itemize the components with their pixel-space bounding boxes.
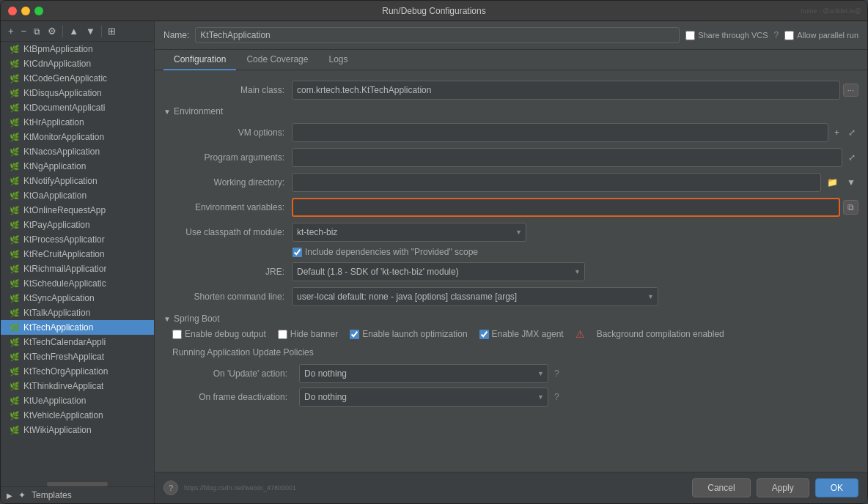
enable-debug-item[interactable]: Enable debug output [172, 329, 266, 339]
sidebar-item[interactable]: 🌿KtScheduleApplicatic [1, 276, 154, 291]
config-name-input[interactable] [195, 27, 680, 43]
include-deps-checkbox[interactable] [293, 248, 302, 257]
jre-select[interactable]: Default (1.8 - SDK of 'kt-tech-biz' modu… [292, 262, 585, 281]
maximize-button[interactable] [34, 7, 43, 15]
enable-launch-item[interactable]: Enable launch optimization [350, 329, 467, 339]
working-dir-dropdown-button[interactable]: ▼ [844, 176, 858, 189]
enable-launch-checkbox[interactable] [350, 330, 359, 339]
sidebar-item[interactable]: 🌿KtNacosApplication [1, 144, 154, 159]
share-vcs-label[interactable]: Share through VCS [685, 31, 768, 40]
sidebar-item[interactable]: 🌿KtNotifyApplication [1, 174, 154, 188]
main-class-input[interactable] [292, 81, 840, 100]
minimize-button[interactable] [21, 7, 30, 15]
sidebar-item[interactable]: 🌿KtPayApplication [1, 218, 154, 232]
environment-section-header[interactable]: ▼ Environment [155, 103, 867, 120]
tab-logs[interactable]: Logs [318, 50, 358, 70]
sidebar-item[interactable]: 🌿KtTechApplication [1, 320, 154, 335]
bg-compile-warning-icon: ⚠ [575, 328, 585, 340]
tab-code-coverage[interactable]: Code Coverage [236, 50, 318, 70]
sidebar-item-label: KtTechOrgApplication [23, 366, 108, 377]
update-action-help-icon[interactable]: ? [554, 368, 559, 379]
copy-config-button[interactable]: ⧉ [31, 25, 43, 38]
sidebar-item[interactable]: 🌿KtVehicleApplication [1, 408, 154, 423]
bottom-left: ? https://blog.csdn.net/weixin_47800001 [163, 481, 296, 495]
share-vcs-checkbox[interactable] [685, 31, 695, 40]
hide-banner-checkbox[interactable] [278, 330, 287, 339]
add-config-button[interactable]: + [5, 24, 17, 38]
sidebar-item[interactable]: 🌿KtDisqusApplication [1, 86, 154, 100]
expand-button[interactable]: ⊞ [105, 24, 119, 38]
vm-options-fullscreen-button[interactable]: ⤢ [845, 126, 858, 139]
enable-debug-label: Enable debug output [185, 329, 266, 339]
program-args-label: Program arguments: [163, 152, 292, 163]
frame-deactivation-help-icon[interactable]: ? [554, 392, 559, 402]
spring-leaf-icon: 🌿 [10, 161, 20, 171]
sidebar-item[interactable]: 🌿KtWikiApplication [1, 423, 154, 437]
env-vars-expand-button[interactable]: ⧉ [843, 200, 858, 215]
question-icon[interactable]: ? [774, 30, 779, 40]
bottom-actions: Cancel Apply OK [692, 478, 858, 497]
help-button[interactable]: ? [163, 481, 178, 495]
classpath-control: kt-tech-biz [292, 223, 858, 242]
sidebar-item[interactable]: 🌿KtTechCalendarAppli [1, 335, 154, 349]
templates-item[interactable]: ▶ ✦ Templates [1, 486, 154, 503]
sidebar-item[interactable]: 🌿KtProcessApplicatior [1, 232, 154, 247]
allow-parallel-checkbox[interactable] [784, 31, 794, 40]
sidebar-item[interactable]: 🌿KtCodeGenApplicatic [1, 71, 154, 86]
sidebar-item[interactable]: 🌿KtTalkApplication [1, 305, 154, 320]
program-args-input[interactable] [292, 148, 842, 167]
hide-banner-item[interactable]: Hide banner [278, 329, 338, 339]
include-deps-label[interactable]: Include dependencies with "Provided" sco… [293, 247, 478, 257]
working-dir-folder-button[interactable]: 📁 [824, 176, 841, 189]
sidebar-item[interactable]: 🌿KtTechOrgApplication [1, 364, 154, 379]
move-down-button[interactable]: ▼ [83, 24, 98, 38]
env-vars-input[interactable] [292, 198, 840, 217]
sidebar-item[interactable]: 🌿KtHrApplication [1, 115, 154, 130]
sidebar-item[interactable]: 🌿KtNgApplication [1, 159, 154, 174]
sidebar-item[interactable]: 🌿KtTechFreshApplicat [1, 349, 154, 364]
enable-jmx-checkbox[interactable] [479, 330, 489, 339]
move-up-button[interactable]: ▲ [66, 24, 81, 38]
sidebar-item[interactable]: 🌿KtThinkdirveApplicat [1, 379, 154, 393]
update-action-select[interactable]: Do nothing Update resources Update class… [299, 364, 548, 383]
cancel-button[interactable]: Cancel [692, 478, 750, 497]
sidebar-item[interactable]: 🌿KtSyncApplication [1, 291, 154, 305]
environment-arrow-icon: ▼ [163, 108, 171, 116]
config-button[interactable]: ⚙ [45, 24, 59, 38]
program-args-row: Program arguments: ⤢ [155, 145, 867, 170]
enable-debug-checkbox[interactable] [172, 330, 182, 339]
sidebar-item[interactable]: 🌿KtDocumentApplicati [1, 100, 154, 115]
sidebar-item[interactable]: 🌿KtBpmApplication [1, 42, 154, 56]
sidebar-item[interactable]: 🌿KtReCruitApplication [1, 247, 154, 262]
tab-configuration[interactable]: Configuration [163, 50, 236, 70]
working-dir-input[interactable] [292, 173, 821, 192]
sidebar-item-label: KtOaApplication [23, 190, 87, 201]
vm-options-input[interactable] [292, 123, 828, 142]
sidebar-item[interactable]: 🌿KtCdnApplication [1, 56, 154, 71]
close-button[interactable] [8, 7, 17, 15]
sidebar-item[interactable]: 🌿KtOaApplication [1, 188, 154, 203]
sidebar-item[interactable]: 🌿KtOnlineRequestApp [1, 203, 154, 218]
spring-boot-header[interactable]: ▼ Spring Boot [163, 314, 858, 324]
hide-banner-label: Hide banner [290, 329, 338, 339]
bg-compile-label: Background compilation enabled [597, 329, 724, 339]
spring-leaf-icon: 🌿 [10, 278, 20, 289]
sidebar-item[interactable]: 🌿KtUeApplication [1, 393, 154, 408]
enable-launch-label: Enable launch optimization [362, 329, 467, 339]
sidebar-item[interactable]: 🌿KtRichmailApplicatior [1, 262, 154, 276]
enable-jmx-item[interactable]: Enable JMX agent [479, 329, 564, 339]
sidebar-item[interactable]: 🌿KtMonitorApplication [1, 130, 154, 144]
allow-parallel-label[interactable]: Allow parallel run [784, 31, 858, 40]
vm-options-expand-button[interactable]: + [831, 126, 842, 139]
remove-config-button[interactable]: − [18, 24, 30, 38]
program-args-fullscreen-button[interactable]: ⤢ [845, 151, 858, 164]
spring-leaf-icon: 🌿 [10, 264, 20, 274]
shorten-cmd-select[interactable]: user-local default: none - java [options… [292, 287, 658, 306]
spring-boot-label: Spring Boot [174, 314, 220, 324]
frame-deactivation-select[interactable]: Do nothing Update resources Update class… [299, 388, 548, 407]
apply-button[interactable]: Apply [757, 478, 809, 497]
ok-button[interactable]: OK [815, 478, 858, 497]
classpath-select[interactable]: kt-tech-biz [292, 223, 526, 242]
sidebar-item-label: KtUeApplication [23, 396, 86, 406]
main-class-browse-button[interactable]: ··· [843, 84, 858, 97]
